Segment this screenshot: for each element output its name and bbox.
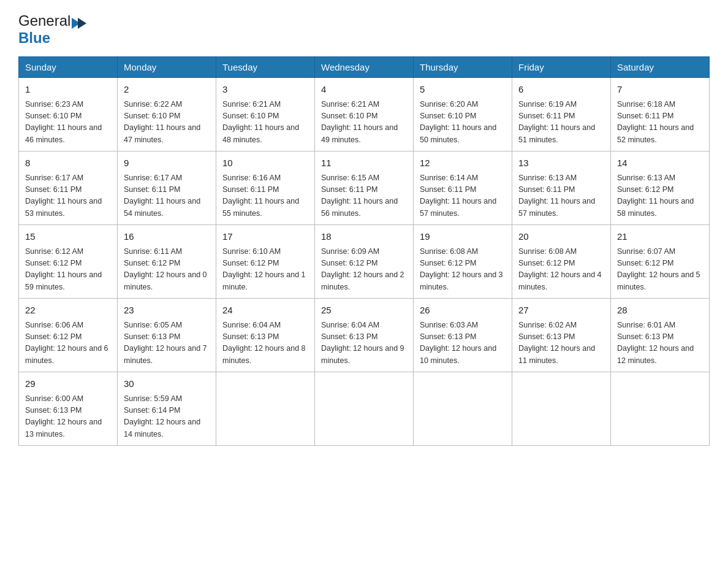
day-info: Sunrise: 6:11 AMSunset: 6:12 PMDaylight:… — [124, 246, 210, 294]
day-number: 23 — [124, 304, 210, 318]
page-header: General Blue — [18, 12, 710, 47]
header-cell-wednesday: Wednesday — [315, 57, 414, 78]
day-number: 6 — [518, 83, 604, 97]
logo: General Blue — [18, 12, 86, 47]
header-cell-tuesday: Tuesday — [216, 57, 315, 78]
day-number: 8 — [25, 156, 111, 170]
day-number: 18 — [321, 230, 407, 244]
calendar-cell: 26Sunrise: 6:03 AMSunset: 6:13 PMDayligh… — [414, 299, 512, 372]
day-info: Sunrise: 6:19 AMSunset: 6:11 PMDaylight:… — [518, 99, 604, 147]
day-info: Sunrise: 6:04 AMSunset: 6:13 PMDaylight:… — [222, 320, 308, 367]
day-number: 29 — [25, 377, 111, 391]
calendar-cell: 9Sunrise: 6:17 AMSunset: 6:11 PMDaylight… — [118, 151, 216, 225]
day-info: Sunrise: 6:02 AMSunset: 6:13 PMDaylight:… — [518, 320, 604, 367]
logo-general-text: General — [18, 12, 70, 29]
calendar-cell: 30Sunrise: 5:59 AMSunset: 6:14 PMDayligh… — [118, 372, 216, 446]
calendar-cell: 17Sunrise: 6:10 AMSunset: 6:12 PMDayligh… — [216, 225, 315, 299]
calendar-cell: 23Sunrise: 6:05 AMSunset: 6:13 PMDayligh… — [118, 299, 216, 372]
day-number: 21 — [617, 230, 703, 244]
header-cell-saturday: Saturday — [611, 57, 710, 78]
logo-arrow-dark-icon — [78, 18, 86, 29]
day-info: Sunrise: 6:01 AMSunset: 6:13 PMDaylight:… — [617, 320, 703, 367]
day-info: Sunrise: 6:06 AMSunset: 6:12 PMDaylight:… — [25, 320, 111, 367]
calendar-cell: 24Sunrise: 6:04 AMSunset: 6:13 PMDayligh… — [216, 299, 315, 372]
calendar-cell: 8Sunrise: 6:17 AMSunset: 6:11 PMDaylight… — [19, 151, 118, 225]
calendar-cell: 14Sunrise: 6:13 AMSunset: 6:12 PMDayligh… — [611, 151, 710, 225]
calendar-cell: 25Sunrise: 6:04 AMSunset: 6:13 PMDayligh… — [315, 299, 414, 372]
day-number: 24 — [222, 304, 308, 318]
day-number: 17 — [222, 230, 308, 244]
calendar-week-1: 1Sunrise: 6:23 AMSunset: 6:10 PMDaylight… — [19, 78, 710, 151]
day-info: Sunrise: 6:04 AMSunset: 6:13 PMDaylight:… — [321, 320, 407, 367]
day-info: Sunrise: 6:21 AMSunset: 6:10 PMDaylight:… — [222, 99, 308, 147]
header-cell-friday: Friday — [512, 57, 611, 78]
day-number: 7 — [617, 83, 703, 97]
day-number: 3 — [222, 83, 308, 97]
day-info: Sunrise: 6:08 AMSunset: 6:12 PMDaylight:… — [518, 246, 604, 294]
calendar-week-5: 29Sunrise: 6:00 AMSunset: 6:13 PMDayligh… — [19, 372, 710, 446]
calendar-cell: 16Sunrise: 6:11 AMSunset: 6:12 PMDayligh… — [118, 225, 216, 299]
day-info: Sunrise: 6:20 AMSunset: 6:10 PMDaylight:… — [420, 99, 506, 147]
calendar-cell: 18Sunrise: 6:09 AMSunset: 6:12 PMDayligh… — [315, 225, 414, 299]
calendar-cell: 29Sunrise: 6:00 AMSunset: 6:13 PMDayligh… — [19, 372, 118, 446]
day-number: 4 — [321, 83, 407, 97]
day-info: Sunrise: 6:13 AMSunset: 6:11 PMDaylight:… — [518, 172, 604, 220]
calendar-cell: 27Sunrise: 6:02 AMSunset: 6:13 PMDayligh… — [512, 299, 611, 372]
calendar-cell: 28Sunrise: 6:01 AMSunset: 6:13 PMDayligh… — [611, 299, 710, 372]
day-number: 30 — [124, 377, 210, 391]
day-info: Sunrise: 6:17 AMSunset: 6:11 PMDaylight:… — [124, 172, 210, 220]
calendar-cell: 1Sunrise: 6:23 AMSunset: 6:10 PMDaylight… — [19, 78, 118, 151]
calendar-cell: 2Sunrise: 6:22 AMSunset: 6:10 PMDaylight… — [118, 78, 216, 151]
calendar-cell: 7Sunrise: 6:18 AMSunset: 6:11 PMDaylight… — [611, 78, 710, 151]
day-info: Sunrise: 6:09 AMSunset: 6:12 PMDaylight:… — [321, 246, 407, 294]
day-info: Sunrise: 6:22 AMSunset: 6:10 PMDaylight:… — [124, 99, 210, 147]
day-info: Sunrise: 6:03 AMSunset: 6:13 PMDaylight:… — [420, 320, 506, 367]
header-cell-thursday: Thursday — [414, 57, 512, 78]
calendar-cell: 11Sunrise: 6:15 AMSunset: 6:11 PMDayligh… — [315, 151, 414, 225]
day-info: Sunrise: 6:18 AMSunset: 6:11 PMDaylight:… — [617, 99, 703, 147]
day-info: Sunrise: 6:08 AMSunset: 6:12 PMDaylight:… — [420, 246, 506, 294]
day-info: Sunrise: 6:07 AMSunset: 6:12 PMDaylight:… — [617, 246, 703, 294]
calendar-cell: 10Sunrise: 6:16 AMSunset: 6:11 PMDayligh… — [216, 151, 315, 225]
day-info: Sunrise: 6:16 AMSunset: 6:11 PMDaylight:… — [222, 172, 308, 220]
calendar-cell — [512, 372, 611, 446]
day-info: Sunrise: 6:21 AMSunset: 6:10 PMDaylight:… — [321, 99, 407, 147]
day-info: Sunrise: 6:05 AMSunset: 6:13 PMDaylight:… — [124, 320, 210, 367]
day-info: Sunrise: 6:17 AMSunset: 6:11 PMDaylight:… — [25, 172, 111, 220]
day-number: 11 — [321, 156, 407, 170]
day-number: 1 — [25, 83, 111, 97]
day-number: 27 — [518, 304, 604, 318]
day-info: Sunrise: 5:59 AMSunset: 6:14 PMDaylight:… — [124, 393, 210, 441]
calendar-week-4: 22Sunrise: 6:06 AMSunset: 6:12 PMDayligh… — [19, 299, 710, 372]
day-number: 19 — [420, 230, 506, 244]
day-number: 28 — [617, 304, 703, 318]
calendar-cell: 6Sunrise: 6:19 AMSunset: 6:11 PMDaylight… — [512, 78, 611, 151]
calendar-cell: 22Sunrise: 6:06 AMSunset: 6:12 PMDayligh… — [19, 299, 118, 372]
day-number: 13 — [518, 156, 604, 170]
calendar-cell: 3Sunrise: 6:21 AMSunset: 6:10 PMDaylight… — [216, 78, 315, 151]
day-number: 9 — [124, 156, 210, 170]
day-info: Sunrise: 6:13 AMSunset: 6:12 PMDaylight:… — [617, 172, 703, 220]
day-number: 14 — [617, 156, 703, 170]
calendar-table: SundayMondayTuesdayWednesdayThursdayFrid… — [18, 56, 710, 446]
day-info: Sunrise: 6:14 AMSunset: 6:11 PMDaylight:… — [420, 172, 506, 220]
calendar-cell — [414, 372, 512, 446]
day-number: 16 — [124, 230, 210, 244]
calendar-cell: 19Sunrise: 6:08 AMSunset: 6:12 PMDayligh… — [414, 225, 512, 299]
day-info: Sunrise: 6:15 AMSunset: 6:11 PMDaylight:… — [321, 172, 407, 220]
day-info: Sunrise: 6:10 AMSunset: 6:12 PMDaylight:… — [222, 246, 308, 294]
calendar-cell: 12Sunrise: 6:14 AMSunset: 6:11 PMDayligh… — [414, 151, 512, 225]
day-number: 22 — [25, 304, 111, 318]
header-row: SundayMondayTuesdayWednesdayThursdayFrid… — [19, 57, 710, 78]
calendar-week-3: 15Sunrise: 6:12 AMSunset: 6:12 PMDayligh… — [19, 225, 710, 299]
calendar-header: SundayMondayTuesdayWednesdayThursdayFrid… — [19, 57, 710, 78]
header-cell-monday: Monday — [118, 57, 216, 78]
day-number: 15 — [25, 230, 111, 244]
calendar-cell — [611, 372, 710, 446]
day-info: Sunrise: 6:23 AMSunset: 6:10 PMDaylight:… — [25, 99, 111, 147]
calendar-cell — [315, 372, 414, 446]
header-cell-sunday: Sunday — [19, 57, 118, 78]
day-number: 26 — [420, 304, 506, 318]
day-info: Sunrise: 6:00 AMSunset: 6:13 PMDaylight:… — [25, 393, 111, 441]
calendar-week-2: 8Sunrise: 6:17 AMSunset: 6:11 PMDaylight… — [19, 151, 710, 225]
